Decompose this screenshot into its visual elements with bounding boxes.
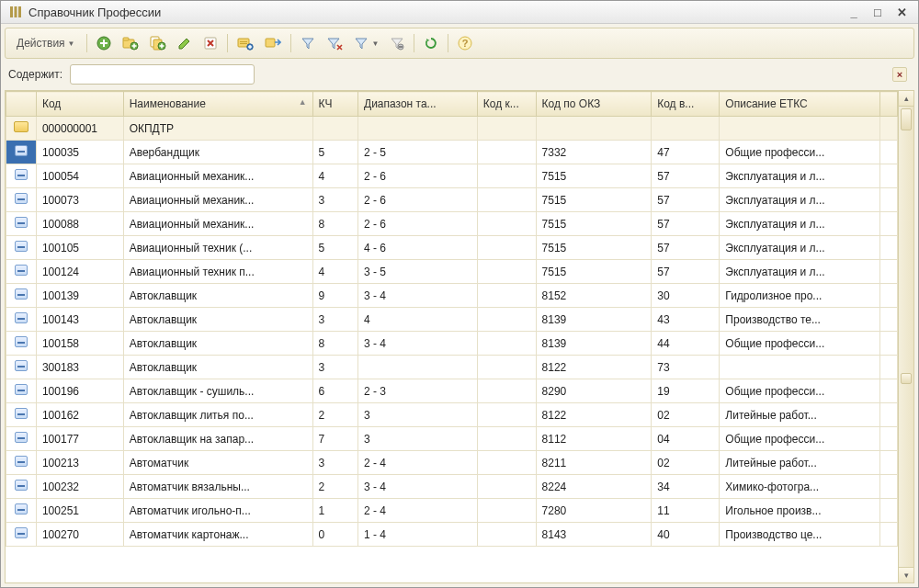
cell-code: 100139	[36, 284, 123, 308]
cell-code: 100105	[36, 236, 123, 260]
cell-kch: 3	[312, 188, 357, 212]
table-row[interactable]: 100143Автоклавщик34813943Производство те…	[6, 308, 898, 332]
table-row[interactable]: 100270Автоматчик картонаж...01 - 4814340…	[6, 523, 898, 547]
refresh-button[interactable]	[420, 32, 442, 54]
filter-menu-button[interactable]: ▼	[350, 32, 383, 54]
grid-wrap: КодНаименование▲КЧДиапазон та...Код к...…	[5, 90, 914, 583]
minimize-button[interactable]: _	[845, 5, 863, 19]
chevron-down-icon: ▼	[372, 40, 380, 48]
hierarchy-button[interactable]	[233, 32, 257, 54]
cell-kodk	[477, 284, 536, 308]
table-row[interactable]: 100073Авиационный механик...32 - 6751557…	[6, 188, 898, 212]
cell-etks: Эксплуатация и л...	[720, 212, 880, 236]
column-header-spacer	[880, 92, 898, 117]
table-row[interactable]: 100139Автоклавщик93 - 4815230Гидролизное…	[6, 284, 898, 308]
vertical-scrollbar[interactable]: ▴ ▾	[898, 91, 913, 582]
add-button[interactable]	[93, 32, 115, 54]
cell-kodk	[477, 141, 536, 164]
table-row[interactable]: 100105Авиационный техник (...54 - 675155…	[6, 236, 898, 260]
table-row[interactable]: 100035Авербандщик52 - 5733247Общие профе…	[6, 141, 898, 164]
column-header-kodv[interactable]: Код в...	[652, 92, 720, 117]
table-row[interactable]: 100213Автоматчик32 - 4821102Литейные раб…	[6, 451, 898, 475]
search-clear-button[interactable]: ×	[892, 67, 907, 82]
column-header-code[interactable]: Код	[36, 92, 123, 117]
cell-icon	[6, 141, 37, 164]
cell-code: 100196	[36, 379, 123, 403]
table-row[interactable]: 100232Автоматчик вязальны...23 - 4822434…	[6, 475, 898, 499]
edit-button[interactable]	[174, 32, 196, 54]
cell-okz: 8122	[536, 403, 652, 427]
item-icon	[15, 312, 28, 323]
filter-off-button[interactable]	[386, 32, 408, 54]
table-row[interactable]: 000000001ОКПДТР	[6, 117, 898, 141]
help-button[interactable]: ?	[454, 32, 476, 54]
close-button[interactable]: ✕	[892, 5, 911, 19]
search-input[interactable]	[70, 64, 255, 85]
cell-kodk	[477, 117, 536, 141]
cell-kch: 5	[312, 236, 357, 260]
column-header-etks[interactable]: Описание ЕТКС	[720, 92, 880, 117]
cell-spacer	[880, 427, 898, 451]
cell-kch: 3	[312, 451, 357, 475]
filter-button[interactable]	[297, 32, 319, 54]
column-header-kodk[interactable]: Код к...	[477, 92, 536, 117]
cell-okz: 8211	[536, 451, 652, 475]
cell-kodk	[477, 451, 536, 475]
column-header-okz[interactable]: Код по ОКЗ	[536, 92, 652, 117]
svg-rect-7	[123, 38, 129, 40]
item-icon	[15, 193, 28, 204]
cell-range: 3 - 4	[358, 475, 478, 499]
column-header-range[interactable]: Диапазон та...	[358, 92, 478, 117]
copy-button[interactable]	[146, 32, 170, 54]
table-row[interactable]: 300183Автоклавщик3812273	[6, 356, 898, 379]
actions-menu[interactable]: Действия ▼	[11, 32, 81, 54]
item-icon	[15, 408, 28, 419]
column-header-name[interactable]: Наименование▲	[123, 92, 312, 117]
sort-indicator-icon: ▲	[299, 97, 307, 107]
cell-okz: 7515	[536, 188, 652, 212]
column-header-kch[interactable]: КЧ	[312, 92, 357, 117]
data-grid[interactable]: КодНаименование▲КЧДиапазон та...Код к...…	[6, 91, 898, 582]
table-row[interactable]: 100196Автоклавщик - сушиль...62 - 382901…	[6, 379, 898, 403]
cell-icon	[6, 260, 37, 284]
cell-kch: 7	[312, 427, 357, 451]
cell-etks: Литейные работ...	[720, 403, 880, 427]
cell-icon	[6, 403, 37, 427]
cell-kch: 3	[312, 356, 357, 379]
cell-kch: 5	[312, 141, 357, 164]
cell-icon	[6, 356, 37, 379]
maximize-button[interactable]: □	[868, 5, 887, 19]
scroll-down-button[interactable]: ▾	[899, 567, 913, 582]
table-row[interactable]: 100251Автоматчик игольно-п...12 - 472801…	[6, 499, 898, 523]
move-button[interactable]	[261, 32, 285, 54]
cell-name: Авиационный техник п...	[123, 260, 312, 284]
cell-spacer	[880, 523, 898, 547]
app-icon	[8, 5, 23, 19]
table-row[interactable]: 100054Авиационный механик...42 - 6751557…	[6, 164, 898, 188]
cell-range: 2 - 6	[358, 188, 478, 212]
actions-label: Действия	[17, 37, 65, 50]
cell-kch: 8	[312, 212, 357, 236]
cell-icon	[6, 499, 37, 523]
filter-clear-button[interactable]	[323, 32, 346, 54]
chevron-down-icon: ▼	[68, 40, 75, 48]
table-row[interactable]: 100088Авиационный механик...82 - 6751557…	[6, 212, 898, 236]
item-icon	[15, 336, 28, 347]
cell-etks: Общие професси...	[720, 332, 880, 356]
cell-code: 100035	[36, 141, 123, 164]
scroll-track[interactable]	[899, 107, 913, 567]
table-row[interactable]: 100162Автоклавщик литья по...23812202Лит…	[6, 403, 898, 427]
table-row[interactable]: 100158Автоклавщик83 - 4813944Общие профе…	[6, 332, 898, 356]
column-header-icon[interactable]	[6, 92, 37, 117]
scroll-thumb[interactable]	[901, 108, 912, 130]
cell-icon	[6, 427, 37, 451]
cell-name: Авиационный механик...	[123, 212, 312, 236]
add-folder-button[interactable]	[119, 32, 142, 54]
table-row[interactable]: 100177Автоклавщик на запар...73811204Общ…	[6, 427, 898, 451]
cell-kch: 2	[312, 475, 357, 499]
delete-button[interactable]	[199, 32, 221, 54]
table-row[interactable]: 100124Авиационный техник п...43 - 575155…	[6, 260, 898, 284]
cell-spacer	[880, 141, 898, 164]
cell-spacer	[880, 284, 898, 308]
scroll-up-button[interactable]: ▴	[899, 91, 913, 107]
